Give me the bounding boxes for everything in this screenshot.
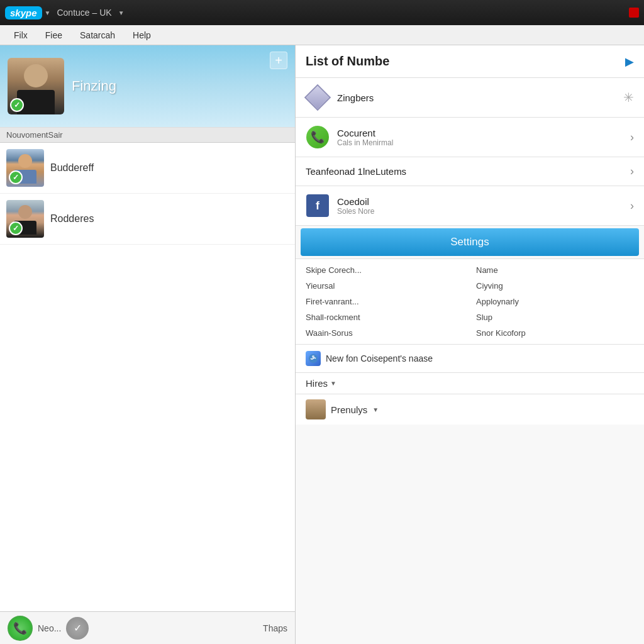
skype-brand: skype — [5, 6, 42, 19]
teanfeonad-name: Teanfeonad 1lneLutems — [306, 166, 623, 177]
call-button[interactable]: 📞 — [8, 616, 33, 641]
hires-dropdown-icon[interactable]: ▼ — [330, 380, 336, 387]
svg-point-1 — [312, 355, 314, 358]
close-button[interactable] — [629, 8, 639, 18]
title-bar: skype ▼ Contuce – UK ▼ — [0, 0, 644, 25]
setting-label-1-right: Ciyving — [476, 280, 634, 292]
service-cocurent[interactable]: 📞 Cocurent Cals in Menirmal › — [296, 118, 644, 157]
facebook-icon: f — [306, 194, 329, 217]
status-badge-online: ✓ — [10, 98, 24, 112]
cocurent-name: Cocurent — [337, 128, 623, 138]
setting-label-0-right: Name — [476, 264, 634, 276]
service-zingbers[interactable]: Zingbers ✳ — [296, 78, 644, 118]
neo-label: Neo... — [38, 623, 61, 633]
new-contact-text: New fon Coisepent's naase — [326, 353, 433, 364]
zingbers-icon — [306, 86, 330, 109]
prenulys-row[interactable]: Prenulys ▼ — [296, 394, 644, 425]
setting-label-4-left: Waain-Sorus — [306, 327, 464, 339]
phone-icon: 📞 — [306, 126, 329, 148]
right-panel: List of Numbe ▶ Zingbers ✳ 📞 Cocurent Ca… — [296, 45, 644, 644]
status-badge: ✓ — [9, 221, 23, 235]
hires-label: Hires — [306, 378, 328, 389]
settings-button[interactable]: Settings — [301, 228, 639, 256]
skype-logo: skype ▼ — [5, 6, 50, 19]
settings-grid: Skipe Corech... Name Yieursal Ciyving Fi… — [296, 258, 644, 344]
cocurent-info: Cocurent Cals in Menirmal — [337, 128, 623, 147]
user-header: ✓ Finzing + — [0, 45, 295, 127]
service-teanfeonad[interactable]: Teanfeonad 1lneLutems › — [296, 157, 644, 186]
coedoil-subtitle: Soles Nore — [337, 207, 623, 216]
zingbers-info: Zingbers — [337, 92, 616, 103]
check-button[interactable]: ✓ — [66, 617, 89, 640]
avatar-rodderes: ✓ — [6, 200, 44, 238]
contacts-section-label: NouvоmentSair — [0, 127, 295, 143]
status-badge: ✓ — [9, 170, 23, 184]
setting-label-1-left: Yieursal — [306, 280, 464, 292]
zingbers-gear-icon[interactable]: ✳ — [623, 90, 634, 105]
zingbers-name: Zingbers — [337, 92, 616, 103]
prenulys-dropdown-icon[interactable]: ▼ — [372, 406, 379, 413]
thaps-label: Thaps — [263, 623, 287, 633]
coedoil-name: Coedoil — [337, 196, 623, 207]
prenulys-avatar — [306, 399, 326, 419]
prenulys-label: Prenulys — [331, 404, 367, 415]
cocurent-subtitle: Cals in Menirmal — [337, 138, 623, 147]
title-account: Contuce – UK — [57, 8, 111, 18]
setting-label-3-right: Slup — [476, 311, 634, 323]
contact-item-rodderes[interactable]: ✓ Rodderes — [0, 194, 295, 245]
new-contact-icon — [306, 351, 321, 366]
setting-label-0-left: Skipe Corech... — [306, 264, 464, 276]
coedoil-arrow-icon: › — [630, 199, 634, 213]
left-panel: ✓ Finzing + NouvоmentSair ✓ Buddereff — [0, 45, 296, 644]
coedoil-info: Coedoil Soles Nore — [337, 196, 623, 216]
setting-label-3-left: Shall-rockment — [306, 311, 464, 323]
coedoil-icon: f — [306, 194, 330, 218]
setting-label-4-right: Snor Kicoforp — [476, 327, 634, 339]
new-contact-row[interactable]: New fon Coisepent's naase — [296, 344, 644, 372]
cocurent-icon: 📞 — [306, 125, 330, 149]
current-user-name: Finzing — [72, 78, 116, 94]
diamond-icon — [304, 84, 331, 111]
hires-row[interactable]: Hires ▼ — [296, 372, 644, 394]
head — [18, 154, 32, 168]
list-header: List of Numbe ▶ — [296, 45, 644, 78]
list-header-next-icon[interactable]: ▶ — [625, 55, 634, 69]
contact-name-rodderes: Rodderes — [50, 213, 94, 225]
cocurent-arrow-icon: › — [630, 131, 634, 144]
list-title: List of Numbe — [306, 54, 389, 69]
menu-satarcah[interactable]: Satarcah — [71, 28, 124, 43]
avatar-buddereff: ✓ — [6, 149, 44, 187]
account-dropdown-arrow[interactable]: ▼ — [45, 9, 51, 16]
setting-label-2-left: Firet-vanrant... — [306, 296, 464, 308]
teanfeonad-info: Teanfeonad 1lneLutems — [306, 166, 623, 177]
current-user-avatar: ✓ — [8, 58, 64, 114]
head — [18, 205, 32, 219]
teanfeonad-arrow-icon: › — [630, 165, 634, 178]
menu-bar: Filx Fiee Satarcah Help — [0, 25, 644, 45]
menu-help[interactable]: Help — [124, 28, 160, 43]
setting-label-2-right: Apploynarly — [476, 296, 634, 308]
contact-item-buddereff[interactable]: ✓ Buddereff — [0, 143, 295, 194]
contact-list: ✓ Buddereff ✓ Rodderes — [0, 143, 295, 611]
service-coedoil[interactable]: f Coedoil Soles Nore › — [296, 186, 644, 226]
bottom-bar: 📞 Neo... ✓ Thaps — [0, 611, 295, 644]
avatar-head — [24, 64, 48, 87]
title-dropdown-arrow[interactable]: ▼ — [118, 9, 125, 16]
contact-name-buddereff: Buddereff — [50, 162, 94, 174]
add-contact-button[interactable]: + — [270, 52, 287, 69]
menu-fiee[interactable]: Fiee — [36, 28, 71, 43]
main-container: ✓ Finzing + NouvоmentSair ✓ Buddereff — [0, 45, 644, 644]
menu-filx[interactable]: Filx — [5, 28, 36, 43]
